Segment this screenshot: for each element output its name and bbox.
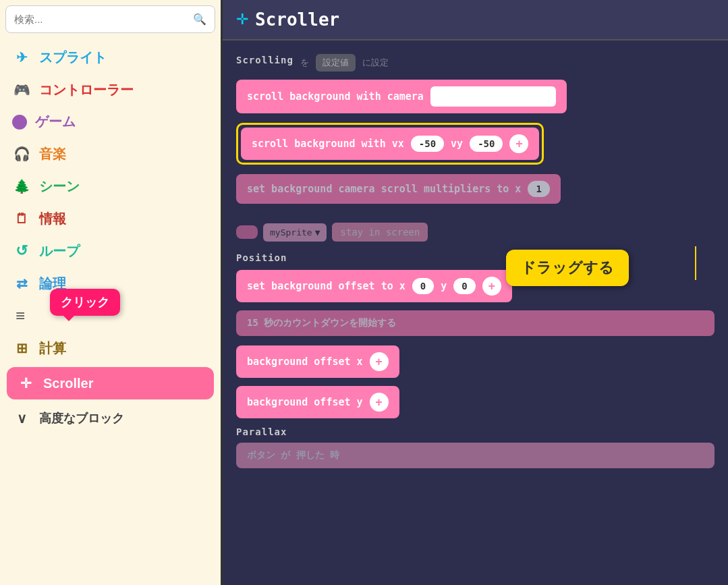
- search-icon: 🔍: [193, 13, 206, 26]
- background-offset-x-block[interactable]: background offset x +: [236, 345, 399, 378]
- nav-items: ✈ スプライト 🎮 コントローラー ゲーム 🎧 音楽 🌲 シーン 🗒 情報 ↺ …: [0, 38, 221, 585]
- highlighted-block: scroll background with vx -50 vy -50 +: [236, 123, 544, 165]
- sprite-badge: 設定値: [316, 54, 356, 72]
- sidebar-item-info[interactable]: 🗒 情報: [0, 202, 221, 235]
- loop-icon: ↺: [12, 242, 31, 260]
- sidebar-item-game[interactable]: ゲーム: [0, 106, 221, 138]
- bg-offset-x-label: background offset x: [247, 356, 363, 368]
- mysprite-dropdown: mySprite ▼: [263, 223, 327, 242]
- scene-icon: 🌲: [12, 177, 31, 196]
- connector-line: [695, 246, 696, 280]
- only-horizontally-value: only horizontally: [437, 90, 541, 103]
- sidebar-item-label-advanced: 高度なブロック: [39, 410, 124, 426]
- sidebar-item-label-scroller: Scroller: [43, 376, 93, 391]
- scroller-nav-icon: ✛: [16, 374, 35, 393]
- position-section-label: Position: [236, 252, 715, 263]
- countdown-block: 15 秒のカウントダウンを開始する: [236, 310, 715, 336]
- sidebar-item-controller[interactable]: 🎮 コントローラー: [0, 74, 221, 106]
- game-icon: [12, 115, 27, 130]
- vy-value[interactable]: -50: [470, 136, 503, 152]
- sidebar-item-loop[interactable]: ↺ ループ: [0, 235, 221, 267]
- mysprite-row: mySprite ▼ stay in screen: [236, 223, 715, 242]
- ni-settei: に設定: [362, 57, 389, 69]
- variables-icon: ≡: [12, 306, 28, 325]
- sidebar-item-label-loop: ループ: [39, 242, 80, 260]
- offset-label: set background offset to x: [247, 280, 405, 292]
- search-input[interactable]: [14, 13, 193, 25]
- multipliers-label: set background camera scroll multipliers…: [247, 183, 521, 195]
- dropdown-arrow-icon: ▼: [543, 90, 549, 103]
- multipliers-row: set background camera scroll multipliers…: [236, 174, 715, 213]
- multipliers-block[interactable]: set background camera scroll multipliers…: [236, 174, 561, 204]
- sidebar-item-advanced[interactable]: ∨ 高度なブロック: [0, 402, 221, 435]
- sidebar: 🔍 ✈ スプライト 🎮 コントローラー ゲーム 🎧 音楽 🌲 シーン 🗒 情報: [0, 0, 223, 585]
- move-icon: ✛: [236, 11, 248, 28]
- scroll-camera-label: scroll background with camera: [247, 90, 424, 103]
- scrolling-section-row: Scrolling を 設定値 に設定: [236, 54, 715, 72]
- stay-in-screen-badge: stay in screen: [332, 223, 428, 242]
- scroll-camera-block[interactable]: scroll background with camera only horiz…: [236, 80, 567, 113]
- sidebar-item-scroller[interactable]: ✛ Scroller: [7, 367, 214, 399]
- drag-tooltip: ドラッグする: [506, 250, 629, 286]
- sidebar-item-label-game: ゲーム: [35, 113, 76, 131]
- vx-value[interactable]: -50: [411, 136, 444, 152]
- set-label: を: [300, 57, 309, 69]
- offset-y-label: y: [441, 280, 447, 292]
- music-icon: 🎧: [12, 144, 31, 163]
- sidebar-item-variables[interactable]: ≡ クリック: [0, 300, 221, 332]
- scroll-vx-block[interactable]: scroll background with vx -50 vy -50 +: [241, 128, 539, 160]
- sidebar-item-label-controller: コントローラー: [39, 81, 134, 99]
- sidebar-item-calculation[interactable]: ⊞ 計算: [0, 332, 221, 364]
- sidebar-item-label-info: 情報: [39, 210, 66, 228]
- sidebar-item-label-sprite: スプライト: [39, 49, 107, 67]
- button-press-label: ボタン が 押した 時: [247, 449, 339, 460]
- logic-icon: ⇄: [12, 274, 31, 293]
- stay-in-screen-label: stay in screen: [340, 227, 420, 238]
- sidebar-item-music[interactable]: 🎧 音楽: [0, 138, 221, 170]
- click-tooltip: クリック: [50, 289, 120, 316]
- vy-label: vy: [451, 138, 463, 150]
- info-icon: 🗒: [12, 209, 31, 228]
- mysprite-pill: [236, 225, 258, 239]
- drag-tooltip-text: ドラッグする: [521, 259, 614, 276]
- mysprite-label: mySprite: [270, 227, 312, 238]
- countdown-label: 15 秒のカウントダウンを開始する: [247, 317, 396, 328]
- add-button[interactable]: +: [509, 134, 528, 153]
- title-bar: ✛ Scroller: [223, 0, 728, 40]
- parallax-section-label: Parallax: [236, 426, 715, 437]
- offset-y-value[interactable]: 0: [453, 278, 475, 294]
- sidebar-item-sprite[interactable]: ✈ スプライト: [0, 41, 221, 74]
- chevron-down-icon: ∨: [12, 409, 31, 428]
- button-press-block: ボタン が 押した 時: [236, 443, 715, 468]
- set-background-offset-block[interactable]: set background offset to x 0 y 0 +: [236, 270, 512, 302]
- sidebar-item-scene[interactable]: 🌲 シーン: [0, 170, 221, 202]
- page-title: Scroller: [255, 9, 339, 30]
- only-horizontally-dropdown[interactable]: only horizontally ▼: [430, 86, 557, 107]
- main-content: ✛ Scroller Scrolling を 設定値 に設定 scroll ba…: [223, 0, 728, 585]
- mysprite-arrow: ▼: [315, 227, 320, 238]
- sidebar-item-label-music: 音楽: [39, 145, 66, 163]
- sprite-icon: ✈: [12, 48, 31, 67]
- controller-icon: 🎮: [12, 80, 31, 99]
- calculation-icon: ⊞: [12, 339, 31, 358]
- search-bar[interactable]: 🔍: [5, 5, 215, 33]
- multipliers-x-value[interactable]: 1: [528, 181, 549, 197]
- background-offset-y-block[interactable]: background offset y +: [236, 386, 399, 418]
- scrolling-section-label: Scrolling: [236, 55, 293, 65]
- bg-offset-y-label: background offset y: [247, 396, 363, 408]
- position-section: Position set background offset to x 0 y …: [236, 252, 715, 468]
- sidebar-item-label-scene: シーン: [39, 177, 80, 196]
- offset-add-button[interactable]: +: [482, 277, 501, 296]
- offset-x-value[interactable]: 0: [412, 278, 434, 294]
- sidebar-item-label-calculation: 計算: [39, 339, 66, 358]
- scroll-vx-label: scroll background with vx: [252, 138, 404, 150]
- bg-offset-x-add[interactable]: +: [370, 352, 389, 371]
- blocks-area: Scrolling を 設定値 に設定 scroll background wi…: [223, 40, 728, 482]
- bg-offset-y-add[interactable]: +: [370, 393, 389, 412]
